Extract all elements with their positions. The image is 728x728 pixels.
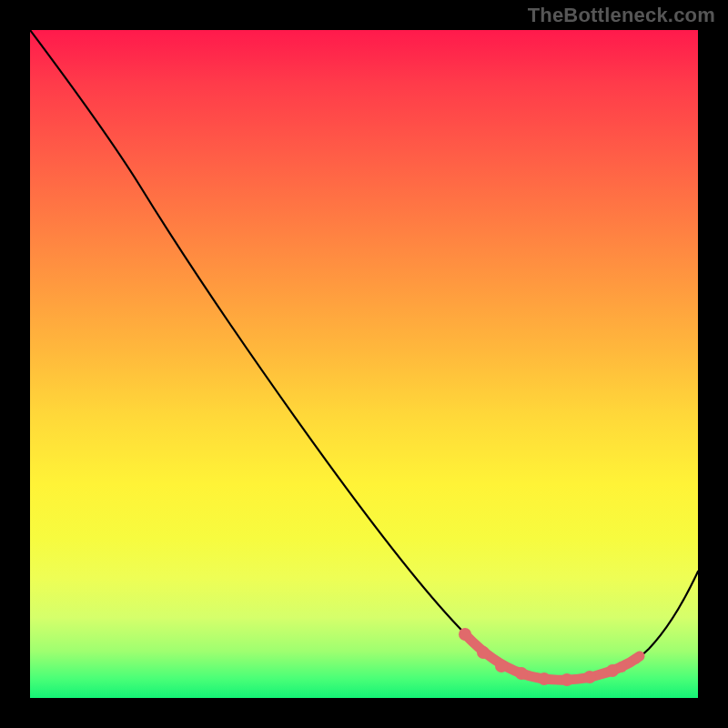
attribution-label: TheBottleneck.com bbox=[528, 4, 715, 27]
highlight-dot bbox=[616, 662, 627, 672]
highlight-dot bbox=[495, 660, 508, 672]
highlight-dot bbox=[561, 673, 573, 686]
plot-area bbox=[30, 30, 698, 698]
bottleneck-curve bbox=[30, 30, 698, 680]
highlight-dot bbox=[583, 671, 596, 683]
highlight-dot bbox=[459, 628, 471, 641]
highlight-dot bbox=[632, 654, 642, 664]
chart-svg bbox=[30, 30, 698, 698]
highlight-dot bbox=[538, 672, 551, 685]
highlight-dot bbox=[515, 667, 528, 680]
highlight-dot bbox=[477, 646, 490, 659]
chart-container: TheBottleneck.com bbox=[0, 0, 728, 728]
